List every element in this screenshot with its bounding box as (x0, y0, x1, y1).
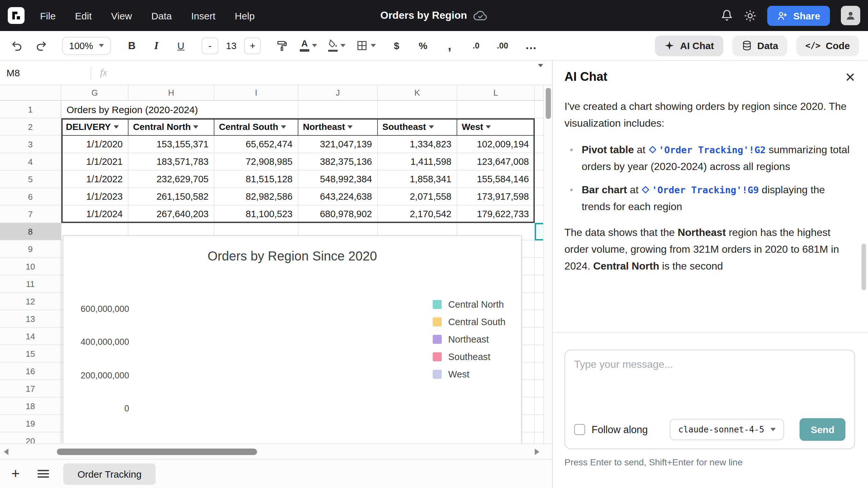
cell[interactable] (214, 101, 299, 118)
cell[interactable] (535, 310, 543, 328)
cell[interactable] (535, 171, 543, 188)
scroll-right-arrow-icon[interactable] (535, 449, 539, 455)
cell-reference-link-g2[interactable]: 'Order Tracking'!G2 (648, 145, 766, 155)
cell[interactable] (535, 275, 543, 293)
cell[interactable] (535, 380, 543, 398)
cell[interactable]: 65,652,474 (214, 136, 299, 153)
column-header-partial[interactable] (535, 85, 543, 101)
code-panel-button[interactable]: </> Code (796, 35, 859, 56)
row-header-2[interactable]: 2 (0, 118, 61, 136)
redo-button[interactable] (34, 36, 49, 55)
message-input[interactable]: Type your message... Follow along claude… (564, 350, 855, 449)
underline-button[interactable]: U (173, 36, 189, 55)
increase-decimals-button[interactable]: .00 (495, 36, 510, 55)
scroll-left-arrow-icon[interactable] (4, 449, 8, 455)
ai-chat-toggle-button[interactable]: AI Chat (655, 35, 723, 56)
table-header-delivery[interactable]: DELIVERY (61, 118, 128, 136)
cell[interactable] (535, 293, 543, 310)
formula-bar-expand-button[interactable] (538, 67, 543, 79)
cell[interactable]: 1,411,598 (378, 153, 457, 171)
row-header-11[interactable]: 11 (0, 275, 61, 293)
cell[interactable] (535, 363, 543, 380)
vertical-scrollbar-thumb[interactable] (546, 88, 551, 119)
row-header-14[interactable]: 14 (0, 328, 61, 345)
cell[interactable]: 2,071,558 (378, 188, 457, 205)
cell[interactable] (378, 101, 457, 118)
cell[interactable]: 81,100,523 (214, 205, 299, 223)
cell[interactable]: 548,992,384 (299, 171, 378, 188)
paint-format-button[interactable] (274, 36, 289, 55)
fill-color-button[interactable] (328, 39, 345, 52)
account-avatar-button[interactable] (841, 6, 860, 25)
row-header-13[interactable]: 13 (0, 310, 61, 328)
row-header-16[interactable]: 16 (0, 363, 61, 380)
filter-chevron-icon[interactable] (193, 125, 198, 128)
document-title[interactable]: Orders by Region (380, 10, 467, 21)
cell[interactable]: 153,155,371 (128, 136, 214, 153)
close-panel-button[interactable]: × (845, 70, 855, 83)
row-header-15[interactable]: 15 (0, 345, 61, 363)
table-header-southeast[interactable]: Southeast (378, 118, 457, 136)
cell[interactable]: 155,584,146 (457, 171, 535, 188)
cell[interactable]: 382,375,136 (299, 153, 378, 171)
cell[interactable]: 179,622,733 (457, 205, 535, 223)
column-header-l[interactable]: L (457, 85, 535, 101)
row-header-1[interactable]: 1 (0, 101, 61, 118)
cell[interactable] (535, 205, 543, 223)
cell[interactable] (535, 240, 543, 258)
font-size-value[interactable]: 13 (221, 40, 241, 51)
filter-chevron-icon[interactable] (113, 125, 119, 128)
cell[interactable]: 1/1/2020 (61, 136, 128, 153)
format-comma-button[interactable]: , (442, 36, 457, 55)
cell[interactable]: 2,170,542 (378, 205, 457, 223)
column-header-h[interactable]: H (128, 85, 214, 101)
zoom-selector[interactable]: 100% (62, 36, 111, 55)
row-header-12[interactable]: 12 (0, 293, 61, 310)
font-size-decrease-button[interactable]: - (202, 37, 218, 54)
cell[interactable]: 232,629,705 (128, 171, 214, 188)
embedded-bar-chart[interactable]: Orders by Region Since 2020600,000,00040… (63, 235, 522, 443)
row-header-7[interactable]: 7 (0, 205, 61, 223)
more-options-button[interactable]: … (523, 36, 538, 55)
panel-scrollbar-thumb[interactable] (862, 244, 866, 290)
cell[interactable]: 321,047,139 (299, 136, 378, 153)
menu-help[interactable]: Help (235, 10, 255, 21)
row-header-4[interactable]: 4 (0, 153, 61, 171)
notifications-bell-icon[interactable] (721, 9, 733, 22)
vertical-scrollbar[interactable] (543, 85, 552, 443)
cell[interactable] (535, 101, 543, 118)
share-button[interactable]: Share (768, 5, 830, 26)
row-header-17[interactable]: 17 (0, 380, 61, 398)
row-header-9[interactable]: 9 (0, 240, 61, 258)
sheet-list-button[interactable] (37, 469, 49, 478)
cell[interactable]: 81,515,128 (214, 171, 299, 188)
cell[interactable]: 123,647,008 (457, 153, 535, 171)
cell[interactable]: 1/1/2022 (61, 171, 128, 188)
row-header-8[interactable]: 8 (0, 223, 61, 240)
cell[interactable]: 1/1/2023 (61, 188, 128, 205)
add-sheet-button[interactable]: + (8, 465, 23, 482)
table-header-central-south[interactable]: Central South (214, 118, 299, 136)
bold-button[interactable]: B (124, 36, 140, 55)
cell[interactable] (535, 258, 543, 275)
cell[interactable]: 173,917,598 (457, 188, 535, 205)
cell[interactable] (535, 153, 543, 171)
cell[interactable]: 102,009,194 (457, 136, 535, 153)
menu-edit[interactable]: Edit (75, 10, 92, 21)
cell[interactable] (535, 432, 543, 443)
cell[interactable] (535, 118, 543, 136)
cell[interactable]: 643,224,638 (299, 188, 378, 205)
theme-toggle-sun-icon[interactable] (744, 9, 756, 22)
spreadsheet-grid[interactable]: GHIJKL 1Orders by Region (2020-2024)2DEL… (0, 85, 543, 443)
table-header-west[interactable]: West (457, 118, 535, 136)
cell[interactable]: 1,858,341 (378, 171, 457, 188)
cell[interactable]: 72,908,985 (214, 153, 299, 171)
cell[interactable] (457, 101, 535, 118)
cell[interactable]: 1/1/2021 (61, 153, 128, 171)
cell-reference-link-g9[interactable]: 'Order Tracking'!G9 (641, 184, 759, 195)
cell[interactable]: 183,571,783 (128, 153, 214, 171)
cell[interactable]: 680,978,902 (299, 205, 378, 223)
filter-chevron-icon[interactable] (486, 125, 491, 128)
cell-g1[interactable]: Orders by Region (2020-2024) (61, 101, 128, 118)
cell[interactable] (535, 398, 543, 415)
